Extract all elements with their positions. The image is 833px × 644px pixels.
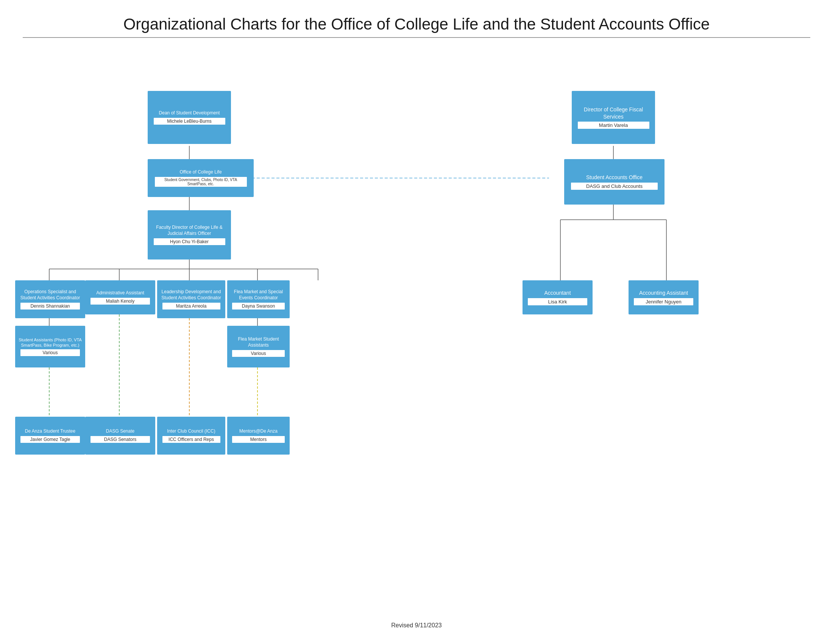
page-title: Organizational Charts for the Office of … xyxy=(0,0,833,37)
ops-spec-title: Operations Specialist and Student Activi… xyxy=(17,289,83,301)
icc-title: Inter Club Council (ICC) xyxy=(167,428,215,435)
ops-spec-box: Operations Specialist and Student Activi… xyxy=(15,280,85,318)
flea-mkt-asst-title: Flea Market Student Assistants xyxy=(229,336,288,348)
flea-mkt-asst-box: Flea Market Student Assistants Various xyxy=(227,326,289,367)
acct-asst-title: Accounting Assistant xyxy=(639,290,688,296)
icc-box: Inter Club Council (ICC) ICC Officers an… xyxy=(157,417,225,455)
de-anza-trustee-title: De Anza Student Trustee xyxy=(25,428,76,435)
flea-market-box: Flea Market and Special Events Coordinat… xyxy=(227,280,289,318)
dean-box: Dean of Student Development Michele LeBl… xyxy=(148,91,231,144)
dasg-senate-title: DASG Senate xyxy=(106,428,134,435)
director-fiscal-name: Martin Varela xyxy=(578,122,650,129)
flea-mkt-asst-name: Various xyxy=(232,350,285,357)
student-accounts-title: Student Accounts Office xyxy=(586,174,643,181)
flea-market-name: Dayna Swanson xyxy=(232,303,285,309)
flea-market-title: Flea Market and Special Events Coordinat… xyxy=(229,289,288,301)
college-life-sub: Student Government, Clubs, Photo ID, VTA… xyxy=(155,177,247,187)
de-anza-trustee-box: De Anza Student Trustee Javier Gomez Tag… xyxy=(15,417,85,455)
icc-name: ICC Officers and Reps xyxy=(162,436,220,443)
accountant-title: Accountant xyxy=(544,290,571,296)
mentors-name: Mentors xyxy=(232,436,285,443)
leadership-title: Leadership Development and Student Activ… xyxy=(159,289,224,301)
student-asst-title: Student Assistants (Photo ID, VTA SmartP… xyxy=(17,337,83,348)
leadership-name: Maritza Arreola xyxy=(162,303,220,309)
chart-area: Dean of Student Development Michele LeBl… xyxy=(0,38,833,636)
student-asst-box: Student Assistants (Photo ID, VTA SmartP… xyxy=(15,326,85,367)
ops-spec-name: Dennis Shannakian xyxy=(21,303,80,309)
director-fiscal-box: Director of College Fiscal Services Mart… xyxy=(572,91,655,144)
dasg-senate-box: DASG Senate DASG Senators xyxy=(85,417,155,455)
faculty-director-box: Faculty Director of College Life & Judic… xyxy=(148,210,231,259)
leadership-box: Leadership Development and Student Activ… xyxy=(157,280,225,318)
college-life-box: Office of College Life Student Governmen… xyxy=(148,159,254,197)
student-asst-name: Various xyxy=(21,349,80,356)
faculty-director-name: Hyon Chu Yi-Baker xyxy=(154,238,225,245)
mentors-title: Mentors@De Anza xyxy=(239,428,278,435)
mentors-box: Mentors@De Anza Mentors xyxy=(227,417,289,455)
director-fiscal-title: Director of College Fiscal Services xyxy=(574,106,653,120)
admin-asst-title: Administrative Assistant xyxy=(96,290,144,296)
acct-asst-box: Accounting Assistant Jennifer Nguyen xyxy=(629,280,699,314)
accountant-name: Lisa Kirk xyxy=(528,298,588,305)
student-accounts-sub: DASG and Club Accounts xyxy=(571,183,658,190)
dasg-senate-name: DASG Senators xyxy=(90,436,150,443)
faculty-director-title: Faculty Director of College Life & Judic… xyxy=(150,225,229,237)
dean-title: Dean of Student Development xyxy=(159,110,220,116)
connectors-svg xyxy=(0,38,833,636)
revised-text: Revised 9/11/2023 xyxy=(391,622,442,629)
college-life-title: Office of College Life xyxy=(180,169,222,175)
student-accounts-box: Student Accounts Office DASG and Club Ac… xyxy=(564,159,664,204)
admin-asst-name: Maliah Kenoly xyxy=(90,298,150,304)
de-anza-trustee-name: Javier Gomez Tagle xyxy=(21,436,80,443)
acct-asst-name: Jennifer Nguyen xyxy=(634,298,694,305)
dean-name: Michele LeBleu-Burns xyxy=(154,118,225,125)
accountant-box: Accountant Lisa Kirk xyxy=(523,280,593,314)
admin-asst-box: Administrative Assistant Maliah Kenoly xyxy=(85,280,155,314)
